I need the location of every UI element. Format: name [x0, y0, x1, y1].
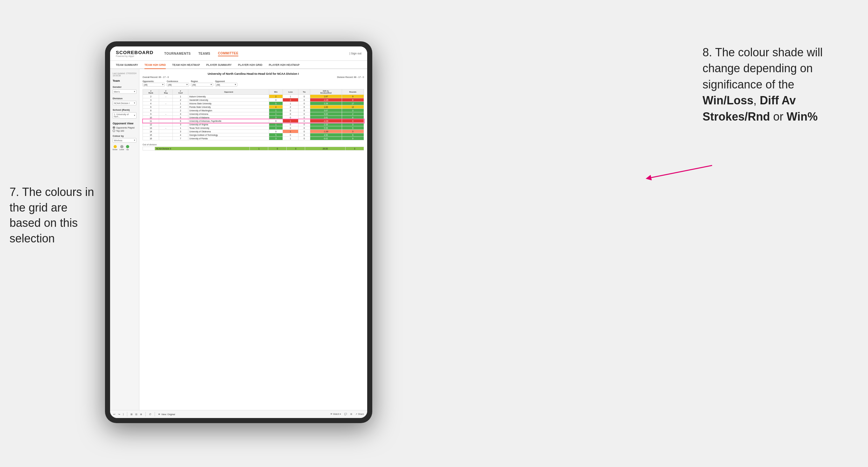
opponents-select[interactable]: (All) ▾	[143, 83, 165, 87]
toolbar-divider-1	[127, 412, 127, 416]
table-row: 8 2 University of Washington 1 0 0 3.67 …	[143, 109, 364, 112]
tab-team-summary[interactable]: TEAM SUMMARY	[116, 61, 138, 69]
filter-opponent: Opponent (All) ▾	[215, 80, 237, 87]
col-rounds: Rounds	[342, 89, 364, 95]
table-row: 6 2 Florida State University 4 2 0 1.83 …	[143, 105, 364, 109]
logo-sub: Powered by clippd	[116, 55, 153, 57]
table-header: #Rank #Reg #Conf Opponent Win Loss Tie D…	[143, 89, 364, 95]
grid-title: University of North Carolina Head-to-Hea…	[143, 72, 364, 75]
radio-dot-empty	[113, 129, 115, 132]
ood-win: 1	[250, 147, 268, 151]
share-button[interactable]: ↗ Share	[355, 413, 364, 415]
annotation-text-right: The colour shade will change depending o…	[703, 46, 823, 123]
opponent-view-title: Opponent View	[113, 122, 136, 125]
bottom-toolbar: ↩ ↪ ⟩ ⊞ ⊟ ⊕ ⏱ 👁 View: Original 👁 Watch ▾…	[110, 410, 367, 418]
colour-by-label: Colour by	[113, 134, 136, 137]
col-diff: Diff AvStrokes/Rnd	[310, 89, 342, 95]
colour-by-select[interactable]: Win/loss ▾	[113, 138, 136, 143]
copy-icon[interactable]: ⊞	[130, 413, 133, 416]
table-row: 14 3 University of Oklahoma 0 1 0 -1.00 …	[143, 130, 364, 133]
col-rank: #Rank	[143, 89, 159, 95]
overall-record: Overall Record: 89 - 17 - 0	[143, 76, 168, 78]
annotation-number-left: 7.	[9, 185, 19, 198]
col-win: Win	[269, 89, 283, 95]
nav-committee[interactable]: COMMITTEE	[218, 51, 239, 56]
table-row: 10 5 University of Alabama 3 0 0 2.61 8	[143, 116, 364, 119]
filter-row: Opponents: (All) ▾ Conference (All) ▾	[143, 80, 364, 87]
table-row: 13 - 1 Texas Tech University 3 0 0 5.56 …	[143, 126, 364, 130]
school-select[interactable]: 1. University of Nort... ▾	[113, 112, 136, 119]
table-row: 11 6 University of Arkansas, Fayettevill…	[143, 119, 364, 123]
table-row: 9 - 3 University of Arizona 1 0 0 9.00 2	[143, 112, 364, 116]
toolbar-divider-3	[155, 412, 155, 416]
table-row: 3 2 Vanderbilt University 0 4 0 -2.29 8	[143, 98, 364, 102]
eye-icon: 👁	[158, 413, 160, 415]
tab-player-h2h-grid[interactable]: PLAYER H2H GRID	[238, 61, 262, 69]
ood-division: NCAA Division II	[155, 147, 250, 151]
watch-button[interactable]: 👁 Watch ▾	[330, 413, 341, 415]
table-row: 15 4 Georgia Institute of Technology 5 0…	[143, 133, 364, 137]
redo-icon[interactable]: ↪	[118, 413, 120, 416]
conference-select[interactable]: (All) ▾	[167, 83, 189, 87]
annotation-right: 8. The colour shade will change dependin…	[703, 44, 849, 125]
legend-down: Down	[113, 145, 117, 151]
tab-player-summary[interactable]: PLAYER SUMMARY	[206, 61, 231, 69]
gender-select[interactable]: Men's ▾	[113, 89, 136, 94]
out-of-division-row: NCAA Division II 1 0 0 26.00 3	[143, 147, 364, 151]
tablet-frame: SCOREBOARD Powered by clippd TOURNAMENTS…	[105, 41, 372, 423]
undo-icon[interactable]: ↩	[113, 413, 116, 416]
tab-player-h2h-heatmap[interactable]: PLAYER H2H HEATMAP	[269, 61, 300, 69]
nav-teams[interactable]: TEAMS	[198, 51, 210, 56]
annotation-text-left: The colours in the grid are based on thi…	[9, 185, 94, 245]
forward-icon[interactable]: ⟩	[123, 413, 124, 416]
toolbar-view[interactable]: 👁 View: Original	[158, 413, 175, 415]
annotation-number-right: 8.	[703, 46, 712, 59]
ood-rounds: 3	[345, 147, 364, 151]
tablet-screen: SCOREBOARD Powered by clippd TOURNAMENTS…	[110, 46, 367, 418]
out-of-division-label: Out of division	[143, 144, 364, 146]
division-label: Division	[113, 97, 136, 100]
present-icon[interactable]: ⊞	[350, 413, 352, 415]
annotation-left: 7. The colours in the grid are based on …	[9, 185, 102, 246]
table-row: 12 3 University of Virginia 1 0 0 2.33 3	[143, 123, 364, 126]
grid-icon[interactable]: ⊟	[135, 413, 137, 416]
view-label: View: Original	[161, 413, 175, 415]
out-of-division-table: NCAA Division II 1 0 0 26.00 3	[143, 147, 364, 151]
col-reg: #Reg	[159, 89, 173, 95]
sub-nav: TEAM SUMMARY TEAM H2H GRID TEAM H2H HEAT…	[110, 61, 367, 69]
add-icon[interactable]: ⊕	[140, 413, 142, 416]
division-record: Division Record: 88 - 17 - 0	[337, 76, 364, 78]
toolbar-right: 👁 Watch ▾ 💬 ⊞ ↗ Share	[330, 413, 364, 415]
data-table: #Rank #Reg #Conf Opponent Win Loss Tie D…	[143, 89, 364, 140]
radio-group: Opponents Played Top 100	[113, 126, 136, 132]
division-select[interactable]: NCAA Division I ▾	[113, 101, 136, 105]
col-opponent: Opponent	[188, 89, 269, 95]
logo-area: SCOREBOARD Powered by clippd	[116, 50, 153, 57]
col-tie: Tie	[299, 89, 310, 95]
filter-conference: Conference (All) ▾	[167, 80, 189, 87]
filter-opponents: Opponents: (All) ▾	[143, 80, 165, 87]
top-nav: SCOREBOARD Powered by clippd TOURNAMENTS…	[110, 46, 367, 61]
radio-dot-filled	[113, 126, 115, 129]
out-of-division: Out of division NCAA Division II 1 0 0 2…	[143, 144, 364, 151]
radio-top100[interactable]: Top 100	[113, 129, 136, 132]
col-loss: Loss	[283, 89, 299, 95]
clock-icon[interactable]: ⏱	[149, 413, 151, 416]
ood-loss: 0	[268, 147, 287, 151]
ood-diff: 26.00	[305, 147, 345, 151]
filter-region: Region (All) ▾	[191, 80, 213, 87]
tab-team-h2h-grid[interactable]: TEAM H2H GRID	[145, 61, 166, 69]
legend: Down Level Up	[113, 145, 136, 151]
radio-opponents-played[interactable]: Opponents Played	[113, 126, 136, 129]
region-select[interactable]: (All) ▾	[191, 83, 213, 87]
sign-out-button[interactable]: | Sign out	[349, 52, 362, 55]
table-row: 4 - 1 Arizona State University 5 1 0 2.2…	[143, 102, 364, 105]
grid-area: University of North Carolina Head-to-Hea…	[140, 69, 367, 410]
legend-up: Up	[126, 145, 129, 151]
nav-tournaments[interactable]: TOURNAMENTS	[164, 51, 191, 56]
opponent-select[interactable]: (All) ▾	[215, 83, 237, 87]
comment-icon[interactable]: 💬	[344, 413, 347, 415]
grid-subtitle: Overall Record: 89 - 17 - 0 Division Rec…	[143, 76, 364, 78]
tab-team-h2h-heatmap[interactable]: TEAM H2H HEATMAP	[172, 61, 200, 69]
col-conf: #Conf	[173, 89, 188, 95]
